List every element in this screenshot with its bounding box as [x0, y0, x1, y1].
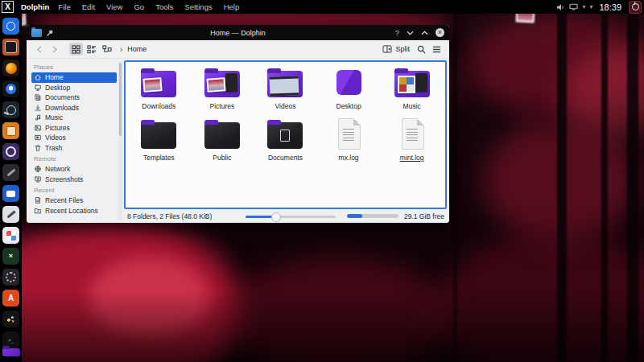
hamburger-menu-icon[interactable]	[430, 43, 444, 56]
menu-go[interactable]: Go	[128, 2, 150, 11]
shade-icon[interactable]	[407, 31, 414, 35]
dock-item-utility-app[interactable]	[2, 164, 19, 181]
dock-item-game-app[interactable]	[2, 311, 19, 327]
menu-edit[interactable]: Edit	[76, 2, 101, 11]
dock-item-camera-app[interactable]	[2, 18, 19, 35]
folder-music-part-book	[415, 73, 427, 92]
sidebar-item-recent-files[interactable]: Recent Files	[31, 195, 117, 206]
file-item-templates[interactable]: Templates	[127, 117, 191, 162]
sidebar-item-network[interactable]: Network	[31, 164, 117, 175]
file-item-pictures[interactable]: Pictures	[191, 66, 254, 110]
file-item-desktop[interactable]: Desktop	[317, 66, 381, 110]
breadcrumb-chevron-icon: ›	[120, 45, 122, 54]
split-view-button[interactable]: Split	[379, 43, 413, 56]
dock-item-game-tools-app[interactable]: ×	[2, 248, 19, 265]
tray-clock[interactable]: 18:39	[599, 2, 621, 12]
file-item-music[interactable]: Music	[380, 66, 444, 110]
breadcrumb-home[interactable]: Home	[125, 45, 149, 53]
caret-down-icon[interactable]: ▾	[589, 4, 592, 10]
close-icon[interactable]: ×	[436, 28, 444, 37]
menu-settings[interactable]: Settings	[179, 2, 217, 11]
help-button[interactable]: ?	[395, 29, 399, 37]
public-folder-dark-icon	[200, 117, 245, 153]
sidebar-scrollbar-thumb[interactable]	[119, 63, 122, 136]
dock-item-package-app[interactable]	[2, 122, 19, 139]
screenshot-icon	[34, 175, 42, 183]
files-shortcut-folder-icon[interactable]	[2, 348, 20, 356]
caret-down-icon[interactable]: ▾	[582, 4, 585, 10]
game-tools-app-icon: ×	[9, 253, 13, 260]
tree-view-button[interactable]	[100, 43, 114, 56]
dock-items: ×A>_	[2, 18, 19, 348]
icons-view-button[interactable]	[69, 43, 83, 56]
dock-item-media-app[interactable]	[2, 143, 19, 160]
menubar-menus: FileEditViewGoToolsSettingsHelp	[52, 2, 245, 11]
dock-item-active-app[interactable]	[2, 39, 19, 56]
dock-item-messenger-app[interactable]	[2, 80, 19, 97]
window-titlebar[interactable]: Home — Dolphin ? ×	[27, 25, 449, 40]
file-item-videos[interactable]: Videos	[254, 66, 317, 110]
dock-item-text-editor-app[interactable]	[2, 206, 19, 223]
titlebar-buttons: ? ×	[395, 28, 444, 37]
sidebar-item-home[interactable]: Home	[31, 72, 117, 83]
file-item-documents[interactable]: Documents	[254, 117, 317, 162]
back-button[interactable]	[32, 43, 46, 56]
global-menubar: X Dolphin FileEditViewGoToolsSettingsHel…	[0, 0, 644, 14]
sidebar-scrollbar[interactable]	[118, 61, 122, 220]
sidebar-item-desktop[interactable]: Desktop	[31, 83, 117, 93]
file-view[interactable]: DownloadsPicturesVideosDesktopMusicTempl…	[124, 60, 447, 209]
file-item-public[interactable]: Public	[191, 117, 254, 162]
sidebar-item-label: Home	[45, 73, 64, 81]
firefox-browser-icon	[6, 63, 17, 74]
videos-icon	[34, 134, 42, 142]
folder-dark-part-foldd	[141, 122, 176, 149]
terminal-app-icon: >_	[8, 338, 14, 343]
maximize-icon[interactable]	[421, 31, 428, 35]
display-icon[interactable]	[569, 3, 578, 10]
sidebar-item-pictures[interactable]: Pictures	[31, 123, 117, 134]
trash-icon	[34, 144, 42, 152]
templates-folder-dark-icon	[136, 117, 181, 153]
split-view-icon	[382, 45, 392, 53]
forward-button[interactable]	[47, 43, 61, 56]
menu-app-name[interactable]: Dolphin	[21, 2, 49, 11]
dock-item-store-app[interactable]: A	[2, 290, 19, 306]
recent-folder-icon	[34, 207, 42, 215]
video-app-icon	[6, 191, 15, 197]
app-dock: ×A>_	[0, 14, 22, 362]
sidebar-item-label: Downloads	[45, 104, 79, 112]
menu-view[interactable]: View	[101, 2, 128, 11]
menu-help[interactable]: Help	[218, 2, 246, 11]
recent-file-icon	[34, 196, 42, 204]
dock-item-steam[interactable]	[2, 101, 19, 118]
sidebar-item-downloads[interactable]: Downloads	[31, 103, 117, 113]
power-icon	[632, 3, 639, 10]
zoom-slider-handle[interactable]	[271, 212, 281, 222]
dock-item-screenshot-app[interactable]	[2, 227, 19, 244]
documents-folder-dark-doc-icon	[262, 117, 308, 153]
zoom-slider[interactable]	[246, 212, 336, 221]
file-label: Desktop	[336, 103, 361, 110]
sidebar-item-screenshots[interactable]: Screenshots	[31, 175, 117, 185]
sidebar-item-music[interactable]: Music	[31, 113, 117, 123]
sidebar-item-videos[interactable]: Videos	[31, 133, 117, 143]
sidebar-item-recent-locations[interactable]: Recent Locations	[31, 206, 117, 216]
folder-dark-part-foldd	[204, 122, 240, 149]
volume-icon[interactable]	[556, 3, 565, 11]
file-item-mx-log[interactable]: mx.log	[317, 117, 381, 162]
mx-logo-icon[interactable]: X	[2, 1, 14, 13]
menu-file[interactable]: File	[52, 2, 76, 11]
sidebar-item-label: Recent Files	[45, 196, 83, 204]
menu-tools[interactable]: Tools	[150, 2, 179, 11]
search-icon[interactable]	[415, 43, 428, 56]
sidebar-item-trash[interactable]: Trash	[31, 143, 117, 154]
sidebar-item-documents[interactable]: Documents	[31, 93, 117, 103]
file-item-mint-log[interactable]: mint.log	[380, 117, 444, 162]
dock-item-video-app[interactable]	[2, 185, 19, 202]
file-item-downloads[interactable]: Downloads	[127, 66, 191, 110]
power-button[interactable]	[629, 1, 642, 14]
details-view-button[interactable]	[85, 43, 98, 56]
dock-item-firefox-browser[interactable]	[2, 60, 19, 76]
sidebar-item-label: Documents	[45, 93, 80, 101]
dock-item-settings-app[interactable]	[2, 269, 19, 286]
